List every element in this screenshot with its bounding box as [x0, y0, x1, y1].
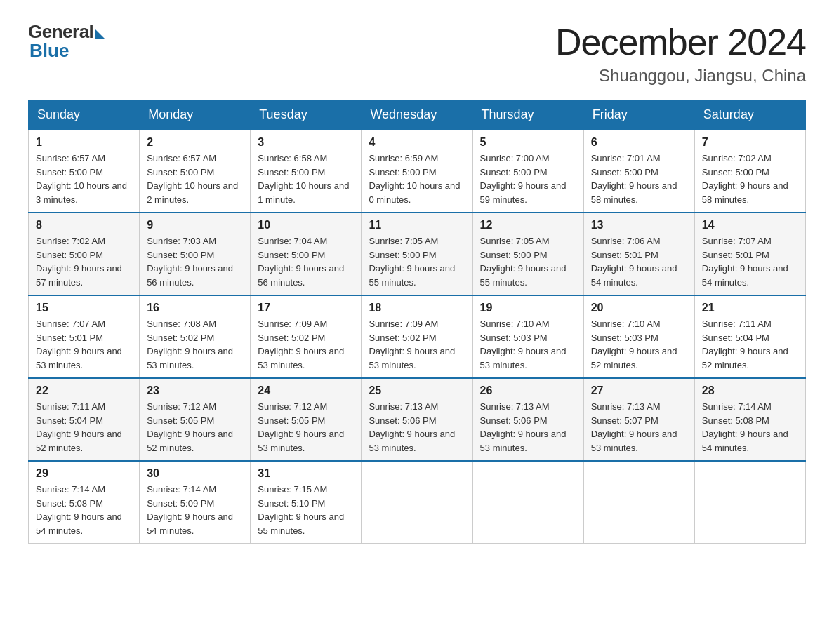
day-info: Sunrise: 7:11 AMSunset: 5:04 PMDaylight:… — [702, 317, 798, 372]
day-info: Sunrise: 7:03 AMSunset: 5:00 PMDaylight:… — [147, 234, 243, 289]
calendar-cell: 7Sunrise: 7:02 AMSunset: 5:00 PMDaylight… — [694, 130, 805, 213]
day-number: 26 — [480, 384, 576, 397]
main-title: December 2024 — [555, 21, 806, 63]
calendar-cell — [694, 461, 805, 544]
day-info: Sunrise: 7:13 AMSunset: 5:06 PMDaylight:… — [369, 400, 465, 455]
calendar-week-row: 8Sunrise: 7:02 AMSunset: 5:00 PMDaylight… — [29, 213, 806, 295]
day-info: Sunrise: 7:10 AMSunset: 5:03 PMDaylight:… — [591, 317, 687, 372]
day-number: 15 — [36, 302, 132, 314]
day-info: Sunrise: 6:57 AMSunset: 5:00 PMDaylight:… — [36, 152, 132, 206]
calendar-cell: 6Sunrise: 7:01 AMSunset: 5:00 PMDaylight… — [583, 130, 694, 213]
calendar-week-row: 29Sunrise: 7:14 AMSunset: 5:08 PMDayligh… — [29, 461, 806, 544]
calendar-cell: 17Sunrise: 7:09 AMSunset: 5:02 PMDayligh… — [251, 295, 362, 378]
day-info: Sunrise: 7:13 AMSunset: 5:07 PMDaylight:… — [591, 400, 687, 455]
calendar-week-row: 15Sunrise: 7:07 AMSunset: 5:01 PMDayligh… — [29, 295, 806, 378]
day-info: Sunrise: 6:57 AMSunset: 5:00 PMDaylight:… — [147, 152, 243, 206]
calendar-cell: 5Sunrise: 7:00 AMSunset: 5:00 PMDaylight… — [472, 130, 583, 213]
day-info: Sunrise: 7:15 AMSunset: 5:10 PMDaylight:… — [258, 483, 354, 537]
day-info: Sunrise: 7:04 AMSunset: 5:00 PMDaylight:… — [258, 234, 354, 289]
calendar-week-row: 22Sunrise: 7:11 AMSunset: 5:04 PMDayligh… — [29, 378, 806, 461]
calendar-cell: 2Sunrise: 6:57 AMSunset: 5:00 PMDaylight… — [140, 130, 251, 213]
day-number: 20 — [591, 302, 687, 314]
calendar-cell: 16Sunrise: 7:08 AMSunset: 5:02 PMDayligh… — [140, 295, 251, 378]
calendar-cell: 30Sunrise: 7:14 AMSunset: 5:09 PMDayligh… — [140, 461, 251, 544]
calendar-cell: 18Sunrise: 7:09 AMSunset: 5:02 PMDayligh… — [362, 295, 472, 378]
calendar-cell: 28Sunrise: 7:14 AMSunset: 5:08 PMDayligh… — [694, 378, 805, 461]
header-sunday: Sunday — [29, 100, 140, 130]
day-number: 28 — [702, 384, 798, 397]
day-number: 17 — [258, 302, 354, 314]
day-number: 29 — [36, 467, 132, 480]
day-number: 30 — [147, 467, 243, 480]
logo: General Blue — [28, 21, 105, 62]
day-info: Sunrise: 7:05 AMSunset: 5:00 PMDaylight:… — [480, 234, 576, 289]
day-info: Sunrise: 7:02 AMSunset: 5:00 PMDaylight:… — [36, 234, 132, 289]
day-info: Sunrise: 7:07 AMSunset: 5:01 PMDaylight:… — [36, 317, 132, 372]
calendar-cell: 1Sunrise: 6:57 AMSunset: 5:00 PMDaylight… — [29, 130, 140, 213]
day-number: 18 — [369, 302, 465, 314]
day-info: Sunrise: 6:59 AMSunset: 5:00 PMDaylight:… — [369, 152, 465, 206]
day-number: 14 — [702, 219, 798, 232]
day-info: Sunrise: 7:09 AMSunset: 5:02 PMDaylight:… — [258, 317, 354, 372]
header-monday: Monday — [140, 100, 251, 130]
calendar-table: SundayMondayTuesdayWednesdayThursdayFrid… — [28, 100, 806, 544]
calendar-cell: 14Sunrise: 7:07 AMSunset: 5:01 PMDayligh… — [694, 213, 805, 295]
day-info: Sunrise: 7:01 AMSunset: 5:00 PMDaylight:… — [591, 152, 687, 206]
day-number: 25 — [369, 384, 465, 397]
day-info: Sunrise: 7:12 AMSunset: 5:05 PMDaylight:… — [258, 400, 354, 455]
calendar-cell: 3Sunrise: 6:58 AMSunset: 5:00 PMDaylight… — [251, 130, 362, 213]
subtitle: Shuanggou, Jiangsu, China — [555, 66, 806, 86]
calendar-cell: 9Sunrise: 7:03 AMSunset: 5:00 PMDaylight… — [140, 213, 251, 295]
day-number: 7 — [702, 136, 798, 149]
calendar-cell: 26Sunrise: 7:13 AMSunset: 5:06 PMDayligh… — [472, 378, 583, 461]
calendar-cell — [472, 461, 583, 544]
calendar-cell: 22Sunrise: 7:11 AMSunset: 5:04 PMDayligh… — [29, 378, 140, 461]
day-info: Sunrise: 7:14 AMSunset: 5:09 PMDaylight:… — [147, 483, 243, 537]
title-block: December 2024 Shuanggou, Jiangsu, China — [555, 21, 806, 86]
day-number: 5 — [480, 136, 576, 149]
calendar-week-row: 1Sunrise: 6:57 AMSunset: 5:00 PMDaylight… — [29, 130, 806, 213]
calendar-cell: 19Sunrise: 7:10 AMSunset: 5:03 PMDayligh… — [472, 295, 583, 378]
header-friday: Friday — [583, 100, 694, 130]
day-info: Sunrise: 7:07 AMSunset: 5:01 PMDaylight:… — [702, 234, 798, 289]
day-number: 21 — [702, 302, 798, 314]
calendar-cell — [583, 461, 694, 544]
calendar-cell: 27Sunrise: 7:13 AMSunset: 5:07 PMDayligh… — [583, 378, 694, 461]
day-number: 1 — [36, 136, 132, 149]
calendar-cell: 8Sunrise: 7:02 AMSunset: 5:00 PMDaylight… — [29, 213, 140, 295]
day-number: 3 — [258, 136, 354, 149]
calendar-cell: 4Sunrise: 6:59 AMSunset: 5:00 PMDaylight… — [362, 130, 472, 213]
day-info: Sunrise: 7:12 AMSunset: 5:05 PMDaylight:… — [147, 400, 243, 455]
day-info: Sunrise: 7:08 AMSunset: 5:02 PMDaylight:… — [147, 317, 243, 372]
calendar-cell: 10Sunrise: 7:04 AMSunset: 5:00 PMDayligh… — [251, 213, 362, 295]
day-number: 12 — [480, 219, 576, 232]
day-number: 9 — [147, 219, 243, 232]
header-wednesday: Wednesday — [362, 100, 472, 130]
day-info: Sunrise: 7:11 AMSunset: 5:04 PMDaylight:… — [36, 400, 132, 455]
day-number: 2 — [147, 136, 243, 149]
day-info: Sunrise: 7:10 AMSunset: 5:03 PMDaylight:… — [480, 317, 576, 372]
day-info: Sunrise: 6:58 AMSunset: 5:00 PMDaylight:… — [258, 152, 354, 206]
day-number: 10 — [258, 219, 354, 232]
calendar-cell: 13Sunrise: 7:06 AMSunset: 5:01 PMDayligh… — [583, 213, 694, 295]
day-number: 13 — [591, 219, 687, 232]
day-number: 11 — [369, 219, 465, 232]
day-info: Sunrise: 7:00 AMSunset: 5:00 PMDaylight:… — [480, 152, 576, 206]
header-thursday: Thursday — [472, 100, 583, 130]
day-info: Sunrise: 7:09 AMSunset: 5:02 PMDaylight:… — [369, 317, 465, 372]
day-number: 4 — [369, 136, 465, 149]
calendar-cell: 25Sunrise: 7:13 AMSunset: 5:06 PMDayligh… — [362, 378, 472, 461]
header-saturday: Saturday — [694, 100, 805, 130]
day-info: Sunrise: 7:14 AMSunset: 5:08 PMDaylight:… — [702, 400, 798, 455]
calendar-cell: 24Sunrise: 7:12 AMSunset: 5:05 PMDayligh… — [251, 378, 362, 461]
calendar-cell — [362, 461, 472, 544]
calendar-cell: 11Sunrise: 7:05 AMSunset: 5:00 PMDayligh… — [362, 213, 472, 295]
day-info: Sunrise: 7:13 AMSunset: 5:06 PMDaylight:… — [480, 400, 576, 455]
calendar-cell: 23Sunrise: 7:12 AMSunset: 5:05 PMDayligh… — [140, 378, 251, 461]
day-number: 23 — [147, 384, 243, 397]
day-number: 27 — [591, 384, 687, 397]
day-number: 31 — [258, 467, 354, 480]
day-number: 8 — [36, 219, 132, 232]
calendar-cell: 15Sunrise: 7:07 AMSunset: 5:01 PMDayligh… — [29, 295, 140, 378]
calendar-cell: 31Sunrise: 7:15 AMSunset: 5:10 PMDayligh… — [251, 461, 362, 544]
